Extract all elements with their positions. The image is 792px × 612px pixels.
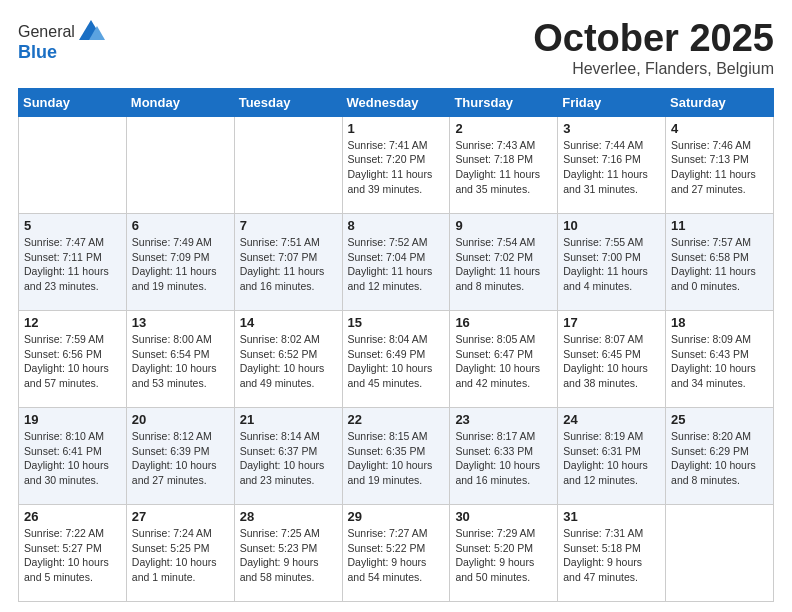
day-number: 19 <box>24 412 121 427</box>
table-row <box>666 504 774 601</box>
day-number: 16 <box>455 315 552 330</box>
table-row: 6Sunrise: 7:49 AM Sunset: 7:09 PM Daylig… <box>126 213 234 310</box>
day-info: Sunrise: 8:09 AM Sunset: 6:43 PM Dayligh… <box>671 332 768 391</box>
table-row <box>126 116 234 213</box>
calendar-week-row: 5Sunrise: 7:47 AM Sunset: 7:11 PM Daylig… <box>19 213 774 310</box>
day-info: Sunrise: 7:22 AM Sunset: 5:27 PM Dayligh… <box>24 526 121 585</box>
table-row: 5Sunrise: 7:47 AM Sunset: 7:11 PM Daylig… <box>19 213 127 310</box>
page: General Blue October 2025 Heverlee, Flan… <box>0 0 792 612</box>
day-number: 14 <box>240 315 337 330</box>
table-row: 4Sunrise: 7:46 AM Sunset: 7:13 PM Daylig… <box>666 116 774 213</box>
day-number: 23 <box>455 412 552 427</box>
table-row: 14Sunrise: 8:02 AM Sunset: 6:52 PM Dayli… <box>234 310 342 407</box>
col-tuesday: Tuesday <box>234 88 342 116</box>
col-thursday: Thursday <box>450 88 558 116</box>
day-number: 21 <box>240 412 337 427</box>
day-number: 2 <box>455 121 552 136</box>
location: Heverlee, Flanders, Belgium <box>533 60 774 78</box>
day-info: Sunrise: 7:24 AM Sunset: 5:25 PM Dayligh… <box>132 526 229 585</box>
calendar-body: 1Sunrise: 7:41 AM Sunset: 7:20 PM Daylig… <box>19 116 774 601</box>
col-wednesday: Wednesday <box>342 88 450 116</box>
table-row: 2Sunrise: 7:43 AM Sunset: 7:18 PM Daylig… <box>450 116 558 213</box>
day-number: 9 <box>455 218 552 233</box>
day-info: Sunrise: 8:14 AM Sunset: 6:37 PM Dayligh… <box>240 429 337 488</box>
day-number: 29 <box>348 509 445 524</box>
logo: General Blue <box>18 18 105 63</box>
header: General Blue October 2025 Heverlee, Flan… <box>18 18 774 78</box>
day-number: 1 <box>348 121 445 136</box>
day-info: Sunrise: 8:10 AM Sunset: 6:41 PM Dayligh… <box>24 429 121 488</box>
table-row: 24Sunrise: 8:19 AM Sunset: 6:31 PM Dayli… <box>558 407 666 504</box>
day-number: 3 <box>563 121 660 136</box>
table-row: 9Sunrise: 7:54 AM Sunset: 7:02 PM Daylig… <box>450 213 558 310</box>
day-info: Sunrise: 8:05 AM Sunset: 6:47 PM Dayligh… <box>455 332 552 391</box>
table-row: 15Sunrise: 8:04 AM Sunset: 6:49 PM Dayli… <box>342 310 450 407</box>
table-row: 26Sunrise: 7:22 AM Sunset: 5:27 PM Dayli… <box>19 504 127 601</box>
table-row: 16Sunrise: 8:05 AM Sunset: 6:47 PM Dayli… <box>450 310 558 407</box>
day-info: Sunrise: 8:12 AM Sunset: 6:39 PM Dayligh… <box>132 429 229 488</box>
day-info: Sunrise: 7:47 AM Sunset: 7:11 PM Dayligh… <box>24 235 121 294</box>
day-number: 7 <box>240 218 337 233</box>
day-info: Sunrise: 7:52 AM Sunset: 7:04 PM Dayligh… <box>348 235 445 294</box>
table-row: 20Sunrise: 8:12 AM Sunset: 6:39 PM Dayli… <box>126 407 234 504</box>
day-info: Sunrise: 8:00 AM Sunset: 6:54 PM Dayligh… <box>132 332 229 391</box>
table-row: 12Sunrise: 7:59 AM Sunset: 6:56 PM Dayli… <box>19 310 127 407</box>
table-row: 3Sunrise: 7:44 AM Sunset: 7:16 PM Daylig… <box>558 116 666 213</box>
day-number: 4 <box>671 121 768 136</box>
day-number: 20 <box>132 412 229 427</box>
day-info: Sunrise: 8:04 AM Sunset: 6:49 PM Dayligh… <box>348 332 445 391</box>
calendar-week-row: 19Sunrise: 8:10 AM Sunset: 6:41 PM Dayli… <box>19 407 774 504</box>
day-info: Sunrise: 7:29 AM Sunset: 5:20 PM Dayligh… <box>455 526 552 585</box>
day-number: 5 <box>24 218 121 233</box>
day-info: Sunrise: 7:55 AM Sunset: 7:00 PM Dayligh… <box>563 235 660 294</box>
day-info: Sunrise: 8:17 AM Sunset: 6:33 PM Dayligh… <box>455 429 552 488</box>
day-number: 27 <box>132 509 229 524</box>
day-number: 8 <box>348 218 445 233</box>
table-row: 29Sunrise: 7:27 AM Sunset: 5:22 PM Dayli… <box>342 504 450 601</box>
col-friday: Friday <box>558 88 666 116</box>
day-info: Sunrise: 7:27 AM Sunset: 5:22 PM Dayligh… <box>348 526 445 585</box>
day-number: 18 <box>671 315 768 330</box>
table-row: 19Sunrise: 8:10 AM Sunset: 6:41 PM Dayli… <box>19 407 127 504</box>
table-row: 7Sunrise: 7:51 AM Sunset: 7:07 PM Daylig… <box>234 213 342 310</box>
table-row: 13Sunrise: 8:00 AM Sunset: 6:54 PM Dayli… <box>126 310 234 407</box>
day-number: 15 <box>348 315 445 330</box>
day-number: 22 <box>348 412 445 427</box>
col-saturday: Saturday <box>666 88 774 116</box>
table-row: 25Sunrise: 8:20 AM Sunset: 6:29 PM Dayli… <box>666 407 774 504</box>
day-info: Sunrise: 7:25 AM Sunset: 5:23 PM Dayligh… <box>240 526 337 585</box>
day-number: 6 <box>132 218 229 233</box>
day-number: 17 <box>563 315 660 330</box>
table-row: 21Sunrise: 8:14 AM Sunset: 6:37 PM Dayli… <box>234 407 342 504</box>
day-number: 28 <box>240 509 337 524</box>
day-info: Sunrise: 8:07 AM Sunset: 6:45 PM Dayligh… <box>563 332 660 391</box>
day-info: Sunrise: 7:59 AM Sunset: 6:56 PM Dayligh… <box>24 332 121 391</box>
day-number: 13 <box>132 315 229 330</box>
table-row: 18Sunrise: 8:09 AM Sunset: 6:43 PM Dayli… <box>666 310 774 407</box>
day-info: Sunrise: 7:41 AM Sunset: 7:20 PM Dayligh… <box>348 138 445 197</box>
table-row: 11Sunrise: 7:57 AM Sunset: 6:58 PM Dayli… <box>666 213 774 310</box>
day-number: 10 <box>563 218 660 233</box>
table-row: 8Sunrise: 7:52 AM Sunset: 7:04 PM Daylig… <box>342 213 450 310</box>
col-monday: Monday <box>126 88 234 116</box>
day-info: Sunrise: 7:57 AM Sunset: 6:58 PM Dayligh… <box>671 235 768 294</box>
day-number: 24 <box>563 412 660 427</box>
table-row: 30Sunrise: 7:29 AM Sunset: 5:20 PM Dayli… <box>450 504 558 601</box>
logo-icon <box>77 18 105 46</box>
day-info: Sunrise: 7:44 AM Sunset: 7:16 PM Dayligh… <box>563 138 660 197</box>
day-info: Sunrise: 8:20 AM Sunset: 6:29 PM Dayligh… <box>671 429 768 488</box>
day-info: Sunrise: 7:31 AM Sunset: 5:18 PM Dayligh… <box>563 526 660 585</box>
day-info: Sunrise: 7:51 AM Sunset: 7:07 PM Dayligh… <box>240 235 337 294</box>
day-info: Sunrise: 7:54 AM Sunset: 7:02 PM Dayligh… <box>455 235 552 294</box>
day-number: 12 <box>24 315 121 330</box>
table-row <box>19 116 127 213</box>
calendar-week-row: 1Sunrise: 7:41 AM Sunset: 7:20 PM Daylig… <box>19 116 774 213</box>
table-row: 10Sunrise: 7:55 AM Sunset: 7:00 PM Dayli… <box>558 213 666 310</box>
calendar-week-row: 26Sunrise: 7:22 AM Sunset: 5:27 PM Dayli… <box>19 504 774 601</box>
title-block: October 2025 Heverlee, Flanders, Belgium <box>533 18 774 78</box>
table-row: 27Sunrise: 7:24 AM Sunset: 5:25 PM Dayli… <box>126 504 234 601</box>
day-info: Sunrise: 7:46 AM Sunset: 7:13 PM Dayligh… <box>671 138 768 197</box>
table-row: 23Sunrise: 8:17 AM Sunset: 6:33 PM Dayli… <box>450 407 558 504</box>
day-number: 25 <box>671 412 768 427</box>
logo-general-text: General <box>18 23 75 41</box>
